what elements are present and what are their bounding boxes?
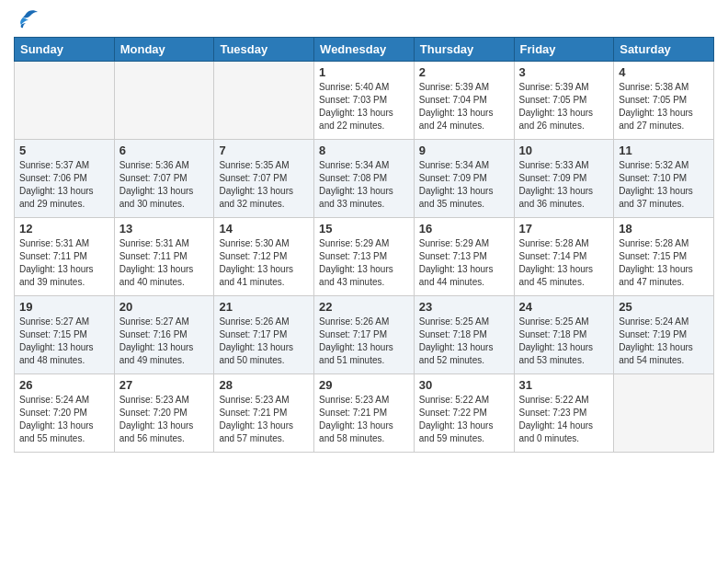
header (14, 9, 714, 29)
weekday-header: Sunday (15, 38, 115, 62)
day-info: Sunrise: 5:23 AMSunset: 7:20 PMDaylight:… (119, 394, 210, 445)
calendar-cell: 6Sunrise: 5:36 AMSunset: 7:07 PMDaylight… (114, 140, 214, 218)
day-number: 29 (319, 378, 409, 392)
calendar-cell (214, 62, 314, 140)
day-info: Sunrise: 5:36 AMSunset: 7:07 PMDaylight:… (119, 159, 210, 211)
day-number: 10 (519, 144, 609, 157)
day-number: 14 (219, 222, 309, 236)
weekday-header: Monday (114, 38, 214, 62)
logo-icon (14, 9, 40, 29)
day-number: 25 (619, 300, 709, 314)
day-info: Sunrise: 5:31 AMSunset: 7:11 PMDaylight:… (119, 237, 210, 289)
calendar-cell (15, 62, 115, 140)
day-info: Sunrise: 5:27 AMSunset: 7:15 PMDaylight:… (19, 316, 109, 367)
calendar-cell: 11Sunrise: 5:32 AMSunset: 7:10 PMDayligh… (614, 140, 714, 218)
calendar-cell: 8Sunrise: 5:34 AMSunset: 7:08 PMDaylight… (314, 140, 415, 218)
day-info: Sunrise: 5:30 AMSunset: 7:12 PMDaylight:… (219, 237, 309, 289)
day-number: 4 (619, 65, 709, 79)
calendar-cell: 13Sunrise: 5:31 AMSunset: 7:11 PMDayligh… (114, 218, 214, 296)
logo (14, 9, 43, 29)
calendar-cell: 29Sunrise: 5:23 AMSunset: 7:21 PMDayligh… (314, 374, 415, 453)
calendar-cell: 1Sunrise: 5:40 AMSunset: 7:03 PMDaylight… (314, 62, 415, 140)
calendar-cell: 9Sunrise: 5:34 AMSunset: 7:09 PMDaylight… (414, 140, 514, 218)
calendar-table: SundayMondayTuesdayWednesdayThursdayFrid… (14, 37, 714, 453)
day-info: Sunrise: 5:39 AMSunset: 7:04 PMDaylight:… (419, 81, 509, 132)
day-info: Sunrise: 5:33 AMSunset: 7:09 PMDaylight:… (519, 159, 609, 211)
day-info: Sunrise: 5:38 AMSunset: 7:05 PMDaylight:… (619, 81, 709, 132)
day-number: 31 (519, 378, 609, 392)
calendar-cell: 15Sunrise: 5:29 AMSunset: 7:13 PMDayligh… (314, 218, 415, 296)
day-info: Sunrise: 5:28 AMSunset: 7:15 PMDaylight:… (619, 237, 709, 289)
day-number: 20 (119, 300, 210, 314)
calendar-cell: 22Sunrise: 5:26 AMSunset: 7:17 PMDayligh… (314, 296, 415, 374)
calendar-cell: 27Sunrise: 5:23 AMSunset: 7:20 PMDayligh… (114, 374, 214, 453)
day-info: Sunrise: 5:25 AMSunset: 7:18 PMDaylight:… (519, 316, 609, 367)
calendar-cell: 20Sunrise: 5:27 AMSunset: 7:16 PMDayligh… (114, 296, 214, 374)
day-info: Sunrise: 5:29 AMSunset: 7:13 PMDaylight:… (319, 237, 409, 289)
day-number: 17 (519, 222, 609, 236)
calendar-cell: 28Sunrise: 5:23 AMSunset: 7:21 PMDayligh… (214, 374, 314, 453)
day-number: 19 (19, 300, 109, 314)
day-info: Sunrise: 5:27 AMSunset: 7:16 PMDaylight:… (119, 316, 210, 367)
day-number: 5 (19, 144, 109, 157)
weekday-header: Saturday (614, 38, 714, 62)
calendar-cell: 31Sunrise: 5:22 AMSunset: 7:23 PMDayligh… (514, 374, 614, 453)
day-info: Sunrise: 5:39 AMSunset: 7:05 PMDaylight:… (519, 81, 609, 132)
day-info: Sunrise: 5:29 AMSunset: 7:13 PMDaylight:… (419, 237, 509, 289)
day-info: Sunrise: 5:34 AMSunset: 7:09 PMDaylight:… (419, 159, 509, 211)
calendar-cell: 7Sunrise: 5:35 AMSunset: 7:07 PMDaylight… (214, 140, 314, 218)
day-info: Sunrise: 5:26 AMSunset: 7:17 PMDaylight:… (219, 316, 309, 367)
day-number: 27 (119, 378, 210, 392)
day-number: 23 (419, 300, 509, 314)
day-info: Sunrise: 5:31 AMSunset: 7:11 PMDaylight:… (19, 237, 109, 289)
calendar-cell: 19Sunrise: 5:27 AMSunset: 7:15 PMDayligh… (15, 296, 115, 374)
day-number: 1 (319, 65, 409, 79)
day-number: 8 (319, 144, 409, 157)
calendar-cell: 21Sunrise: 5:26 AMSunset: 7:17 PMDayligh… (214, 296, 314, 374)
day-number: 16 (419, 222, 509, 236)
day-number: 21 (219, 300, 309, 314)
calendar-cell: 12Sunrise: 5:31 AMSunset: 7:11 PMDayligh… (15, 218, 115, 296)
day-number: 22 (319, 300, 409, 314)
day-number: 24 (519, 300, 609, 314)
calendar-cell: 30Sunrise: 5:22 AMSunset: 7:22 PMDayligh… (414, 374, 514, 453)
calendar-cell: 3Sunrise: 5:39 AMSunset: 7:05 PMDaylight… (514, 62, 614, 140)
calendar-cell: 26Sunrise: 5:24 AMSunset: 7:20 PMDayligh… (15, 374, 115, 453)
calendar-cell: 24Sunrise: 5:25 AMSunset: 7:18 PMDayligh… (514, 296, 614, 374)
day-info: Sunrise: 5:40 AMSunset: 7:03 PMDaylight:… (319, 81, 409, 132)
day-info: Sunrise: 5:25 AMSunset: 7:18 PMDaylight:… (419, 316, 509, 367)
day-info: Sunrise: 5:35 AMSunset: 7:07 PMDaylight:… (219, 159, 309, 211)
weekday-header: Thursday (414, 38, 514, 62)
page: SundayMondayTuesdayWednesdayThursdayFrid… (0, 0, 728, 466)
day-number: 2 (419, 65, 509, 79)
weekday-header: Tuesday (214, 38, 314, 62)
day-number: 11 (619, 144, 709, 157)
calendar-cell (614, 374, 714, 453)
calendar-header-row: SundayMondayTuesdayWednesdayThursdayFrid… (15, 38, 714, 62)
day-number: 30 (419, 378, 509, 392)
day-info: Sunrise: 5:32 AMSunset: 7:10 PMDaylight:… (619, 159, 709, 211)
calendar-cell: 4Sunrise: 5:38 AMSunset: 7:05 PMDaylight… (614, 62, 714, 140)
day-info: Sunrise: 5:24 AMSunset: 7:20 PMDaylight:… (19, 394, 109, 445)
calendar-cell: 10Sunrise: 5:33 AMSunset: 7:09 PMDayligh… (514, 140, 614, 218)
day-number: 13 (119, 222, 210, 236)
day-number: 3 (519, 65, 609, 79)
day-number: 7 (219, 144, 309, 157)
calendar-cell: 5Sunrise: 5:37 AMSunset: 7:06 PMDaylight… (15, 140, 115, 218)
day-number: 18 (619, 222, 709, 236)
day-info: Sunrise: 5:34 AMSunset: 7:08 PMDaylight:… (319, 159, 409, 211)
day-info: Sunrise: 5:28 AMSunset: 7:14 PMDaylight:… (519, 237, 609, 289)
weekday-header: Friday (514, 38, 614, 62)
day-number: 12 (19, 222, 109, 236)
day-info: Sunrise: 5:23 AMSunset: 7:21 PMDaylight:… (219, 394, 309, 445)
day-number: 28 (219, 378, 309, 392)
calendar-cell (114, 62, 214, 140)
day-number: 26 (19, 378, 109, 392)
day-info: Sunrise: 5:22 AMSunset: 7:23 PMDaylight:… (519, 394, 609, 445)
calendar-cell: 16Sunrise: 5:29 AMSunset: 7:13 PMDayligh… (414, 218, 514, 296)
day-info: Sunrise: 5:26 AMSunset: 7:17 PMDaylight:… (319, 316, 409, 367)
day-info: Sunrise: 5:22 AMSunset: 7:22 PMDaylight:… (419, 394, 509, 445)
day-number: 9 (419, 144, 509, 157)
day-number: 6 (119, 144, 210, 157)
day-info: Sunrise: 5:37 AMSunset: 7:06 PMDaylight:… (19, 159, 109, 211)
